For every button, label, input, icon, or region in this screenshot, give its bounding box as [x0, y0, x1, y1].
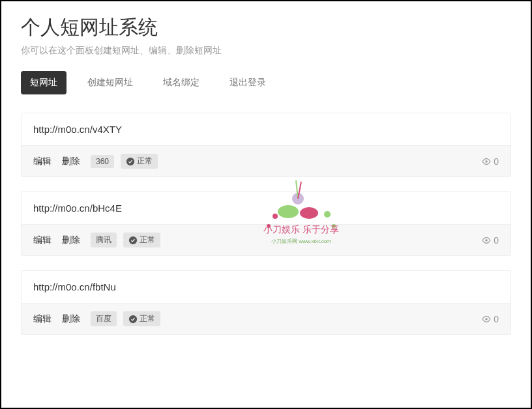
edit-link[interactable]: 编辑	[33, 313, 52, 325]
tab-bar: 短网址 创建短网址 域名绑定 退出登录	[21, 71, 511, 94]
delete-link[interactable]: 删除	[62, 234, 80, 246]
tab-short-url[interactable]: 短网址	[21, 71, 66, 94]
eye-icon	[482, 157, 491, 166]
url-text: http://m0o.cn/fbtNu	[22, 271, 510, 303]
check-circle-icon	[126, 157, 135, 166]
url-text: http://m0o.cn/v4XTY	[22, 113, 510, 145]
tab-logout[interactable]: 退出登录	[220, 71, 275, 94]
views-value: 0	[494, 235, 499, 246]
eye-icon	[482, 315, 491, 324]
tab-domain-binding[interactable]: 域名绑定	[154, 71, 209, 94]
status-badge: 正常	[123, 233, 160, 247]
url-card-footer: 编辑 删除 360 正常 0	[22, 145, 510, 176]
edit-link[interactable]: 编辑	[33, 156, 52, 167]
url-text: http://m0o.cn/bHc4E	[22, 192, 510, 224]
check-circle-icon	[128, 315, 138, 324]
views-counter: 0	[482, 156, 499, 167]
status-label: 正常	[137, 156, 153, 167]
status-label: 正常	[140, 234, 155, 246]
views-value: 0	[494, 156, 499, 167]
eye-icon	[482, 236, 491, 245]
status-label: 正常	[140, 313, 155, 324]
delete-link[interactable]: 删除	[62, 313, 80, 325]
svg-point-3	[485, 239, 488, 242]
svg-point-5	[485, 318, 488, 320]
page-subtitle: 你可以在这个面板创建短网址、编辑、删除短网址	[21, 45, 511, 57]
views-value: 0	[494, 314, 499, 324]
url-card: http://m0o.cn/fbtNu 编辑 删除 百度 正常 0	[21, 270, 511, 335]
tab-create-short-url[interactable]: 创建短网址	[78, 71, 142, 94]
source-badge: 百度	[91, 311, 117, 326]
delete-link[interactable]: 删除	[62, 156, 80, 167]
url-card: http://m0o.cn/v4XTY 编辑 删除 360 正常 0	[21, 113, 511, 177]
page-title: 个人短网址系统	[21, 14, 511, 41]
svg-point-1	[485, 160, 488, 163]
status-badge: 正常	[123, 311, 160, 326]
views-counter: 0	[482, 314, 499, 324]
url-card-footer: 编辑 删除 腾讯 正常 0	[22, 224, 510, 255]
edit-link[interactable]: 编辑	[33, 234, 52, 246]
check-circle-icon	[128, 236, 138, 245]
status-badge: 正常	[121, 154, 158, 169]
url-card: http://m0o.cn/bHc4E 编辑 删除 腾讯 正常 0	[21, 191, 511, 256]
source-badge: 腾讯	[91, 233, 117, 247]
views-counter: 0	[482, 235, 499, 246]
url-card-footer: 编辑 删除 百度 正常 0	[22, 303, 510, 334]
source-badge: 360	[91, 155, 114, 168]
